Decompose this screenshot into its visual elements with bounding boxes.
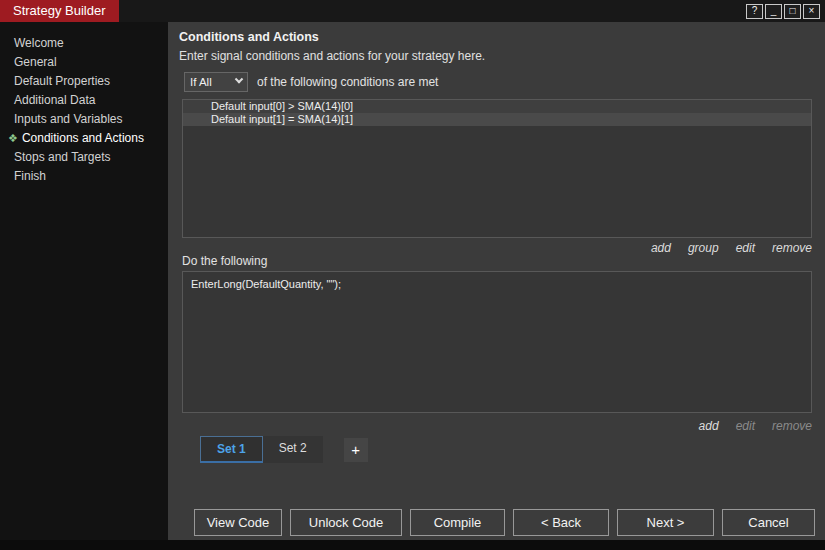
- next-button[interactable]: Next >: [617, 509, 714, 536]
- action-row[interactable]: EnterLong(DefaultQuantity, "");: [183, 272, 811, 290]
- condition-match-row: If All of the following conditions are m…: [184, 72, 438, 92]
- back-button[interactable]: < Back: [513, 509, 609, 536]
- minimize-icon[interactable]: _: [765, 4, 782, 19]
- wizard-nav: Welcome General Default Properties Addit…: [0, 22, 168, 540]
- close-icon[interactable]: ×: [803, 4, 820, 19]
- page-title: Conditions and Actions: [179, 30, 319, 44]
- sidebar-item-stops-and-targets[interactable]: Stops and Targets: [0, 148, 168, 167]
- set-tabs: Set 1 Set 2 +: [200, 436, 368, 463]
- add-action-link[interactable]: add: [699, 419, 719, 433]
- page-subtitle: Enter signal conditions and actions for …: [179, 49, 485, 63]
- action-links: add edit remove: [699, 419, 812, 433]
- sidebar-item-additional-data[interactable]: Additional Data: [0, 91, 168, 110]
- help-icon[interactable]: ?: [746, 4, 763, 19]
- sidebar-item-default-properties[interactable]: Default Properties: [0, 72, 168, 91]
- add-condition-link[interactable]: add: [651, 241, 671, 255]
- tab-set-2[interactable]: Set 2: [263, 436, 323, 463]
- actions-list: EnterLong(DefaultQuantity, "");: [182, 271, 812, 413]
- remove-condition-link[interactable]: remove: [772, 241, 812, 255]
- window-controls: ? _ □ ×: [746, 4, 820, 19]
- condition-links: add group edit remove: [651, 241, 812, 255]
- do-following-label: Do the following: [182, 254, 267, 268]
- condition-row[interactable]: Default input[0] > SMA(14)[0]: [183, 100, 811, 113]
- remove-action-link: remove: [772, 419, 812, 433]
- edit-condition-link[interactable]: edit: [736, 241, 755, 255]
- sidebar-item-general[interactable]: General: [0, 53, 168, 72]
- condition-match-dropdown[interactable]: If All: [184, 72, 248, 92]
- sidebar-item-conditions-and-actions[interactable]: ❖Conditions and Actions: [0, 129, 168, 148]
- footer-buttons: View Code Unlock Code Compile < Back Nex…: [194, 509, 815, 536]
- active-step-icon: ❖: [8, 132, 18, 144]
- group-condition-link[interactable]: group: [688, 241, 719, 255]
- conditions-met-label: of the following conditions are met: [257, 75, 438, 89]
- window-title: Strategy Builder: [0, 0, 119, 22]
- chevron-down-icon: [235, 75, 243, 83]
- edit-action-link: edit: [736, 419, 755, 433]
- conditions-list: Default input[0] > SMA(14)[0] Default in…: [182, 99, 812, 238]
- sidebar-item-inputs-and-variables[interactable]: Inputs and Variables: [0, 110, 168, 129]
- condition-row[interactable]: Default input[1] = SMA(14)[1]: [183, 113, 811, 126]
- maximize-icon[interactable]: □: [784, 4, 801, 19]
- tab-set-1[interactable]: Set 1: [200, 436, 263, 463]
- view-code-button[interactable]: View Code: [194, 509, 282, 536]
- strategy-builder-window: Strategy Builder ? _ □ × Welcome General…: [0, 0, 825, 550]
- add-set-button[interactable]: +: [344, 438, 368, 462]
- dropdown-value: If All: [190, 76, 212, 88]
- sidebar-item-label: Conditions and Actions: [22, 131, 144, 145]
- title-bar[interactable]: Strategy Builder ? _ □ ×: [0, 0, 825, 22]
- cancel-button[interactable]: Cancel: [722, 509, 815, 536]
- sidebar-item-welcome[interactable]: Welcome: [0, 34, 168, 53]
- compile-button[interactable]: Compile: [410, 509, 505, 536]
- unlock-code-button[interactable]: Unlock Code: [290, 509, 402, 536]
- sidebar-item-finish[interactable]: Finish: [0, 167, 168, 186]
- main-panel: Conditions and Actions Enter signal cond…: [168, 22, 825, 540]
